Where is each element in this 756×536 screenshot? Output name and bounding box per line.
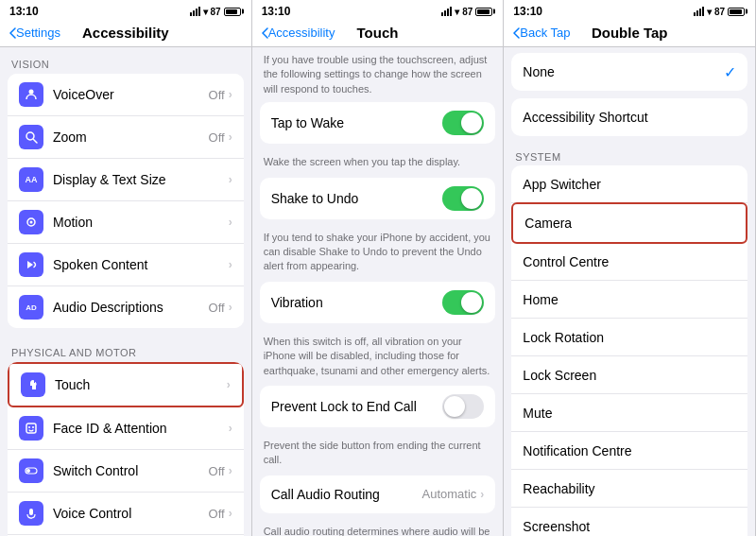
back-label-2: Accessibility bbox=[268, 26, 335, 40]
camera-highlight-box: Camera bbox=[511, 202, 747, 244]
list-item[interactable]: Switch Control Off › bbox=[8, 450, 244, 493]
voiceover-icon bbox=[19, 82, 43, 107]
audiodesc-value: Off bbox=[209, 301, 225, 315]
touch-label: Touch bbox=[55, 377, 227, 392]
prevent-lock-group: Prevent Lock to End Call bbox=[260, 386, 496, 427]
status-bar-2: 13:10 ▾ 87 bbox=[252, 0, 504, 21]
vibration-toggle[interactable] bbox=[442, 290, 484, 315]
call-audio-label: Call Audio Routing bbox=[271, 487, 422, 502]
screenshot-item[interactable]: Screenshot bbox=[511, 508, 747, 536]
nav-bar-2: Accessibility Touch bbox=[252, 21, 504, 47]
tap-wake-toggle[interactable] bbox=[442, 111, 484, 135]
faceid-icon bbox=[19, 416, 43, 441]
reachability-item[interactable]: Reachability bbox=[511, 470, 747, 508]
switchctl-chevron: › bbox=[229, 464, 232, 477]
notification-centre-label: Notification Centre bbox=[523, 443, 631, 458]
faceid-label: Face ID & Attention bbox=[53, 421, 229, 436]
scroll-2: If you have trouble using the touchscree… bbox=[252, 47, 504, 536]
display-icon: AA bbox=[19, 167, 43, 192]
back-accessibility[interactable]: Accessibility bbox=[262, 26, 335, 40]
screenshot-label: Screenshot bbox=[523, 519, 590, 534]
voicectl-icon bbox=[19, 501, 43, 526]
list-item[interactable]: Zoom Off › bbox=[8, 116, 244, 159]
home-item[interactable]: Home bbox=[511, 281, 747, 319]
list-item[interactable]: VoiceOver Off › bbox=[8, 74, 244, 116]
spoken-chevron: › bbox=[229, 258, 232, 271]
shake-desc: If you tend to shake your iPhone by acci… bbox=[252, 227, 504, 282]
motion-label: Motion bbox=[53, 215, 229, 230]
battery-2 bbox=[475, 8, 492, 16]
control-centre-item[interactable]: Control Centre bbox=[511, 243, 747, 281]
tap-wake-label: Tap to Wake bbox=[271, 115, 443, 130]
screen-settings-accessibility: 13:10 ▾ 87 Settings Accessibility VISION bbox=[0, 0, 252, 536]
none-label: None bbox=[523, 64, 554, 79]
signal-1 bbox=[190, 7, 200, 16]
time-2: 13:10 bbox=[262, 5, 291, 18]
signal-3 bbox=[694, 7, 704, 16]
physical-header: PHYSICAL AND MOTOR bbox=[0, 336, 251, 362]
zoom-chevron: › bbox=[229, 130, 232, 144]
nav-title-3: Double Tap bbox=[592, 25, 668, 41]
shake-item[interactable]: Shake to Undo bbox=[260, 178, 496, 219]
time-3: 13:10 bbox=[513, 5, 542, 18]
switchctl-label: Switch Control bbox=[53, 463, 209, 478]
switchctl-value: Off bbox=[209, 464, 225, 478]
zoom-label: Zoom bbox=[53, 130, 209, 145]
tap-wake-item[interactable]: Tap to Wake bbox=[260, 102, 496, 144]
system-header: SYSTEM bbox=[504, 144, 755, 165]
list-item[interactable]: Voice Control Off › bbox=[8, 493, 244, 535]
zoom-value: Off bbox=[209, 130, 225, 145]
vibration-item[interactable]: Vibration bbox=[260, 282, 496, 323]
back-backtap[interactable]: Back Tap bbox=[513, 26, 570, 40]
call-audio-group: Call Audio Routing Automatic › bbox=[260, 475, 496, 513]
app-switcher-item[interactable]: App Switcher bbox=[511, 165, 747, 203]
system-list: App Switcher Camera Control Centre Home … bbox=[511, 165, 747, 536]
shake-toggle[interactable] bbox=[442, 186, 484, 211]
status-bar-3: 13:10 ▾ 87 bbox=[504, 0, 755, 21]
svg-point-8 bbox=[32, 426, 34, 428]
touch-item[interactable]: Touch › bbox=[8, 362, 244, 407]
reachability-label: Reachability bbox=[523, 481, 594, 496]
voicectl-label: Voice Control bbox=[53, 506, 209, 521]
call-audio-value: Automatic bbox=[422, 487, 477, 501]
lock-screen-item[interactable]: Lock Screen bbox=[511, 356, 747, 394]
lock-screen-label: Lock Screen bbox=[523, 368, 596, 383]
tap-wake-group: Tap to Wake bbox=[260, 102, 496, 144]
home-label: Home bbox=[523, 292, 558, 307]
wifi-3: ▾ bbox=[707, 7, 712, 17]
list-item[interactable]: Spoken Content › bbox=[8, 244, 244, 286]
vibration-group: Vibration bbox=[260, 282, 496, 323]
notification-centre-item[interactable]: Notification Centre bbox=[511, 432, 747, 470]
nav-title-2: Touch bbox=[357, 25, 399, 41]
accessibility-shortcut-list: Accessibility Shortcut bbox=[511, 98, 747, 136]
none-item[interactable]: None bbox=[511, 53, 747, 91]
battery-label-3: 87 bbox=[714, 7, 725, 17]
signal-2 bbox=[441, 7, 452, 16]
mute-item[interactable]: Mute bbox=[511, 394, 747, 432]
nav-row-1: Settings Accessibility bbox=[9, 25, 242, 41]
wifi-1: ▾ bbox=[203, 7, 208, 17]
audiodesc-chevron: › bbox=[229, 301, 232, 314]
prevent-lock-label: Prevent Lock to End Call bbox=[271, 399, 443, 414]
lock-rotation-item[interactable]: Lock Rotation bbox=[511, 319, 747, 356]
prevent-lock-item[interactable]: Prevent Lock to End Call bbox=[260, 386, 496, 427]
call-audio-chevron: › bbox=[480, 488, 484, 501]
scroll-3: None Accessibility Shortcut SYSTEM App S… bbox=[504, 47, 755, 536]
accessibility-shortcut-item[interactable]: Accessibility Shortcut bbox=[511, 98, 747, 136]
camera-item[interactable]: Camera bbox=[513, 204, 746, 242]
lock-rotation-label: Lock Rotation bbox=[523, 330, 604, 345]
list-item[interactable]: Motion › bbox=[8, 201, 244, 244]
svg-line-2 bbox=[34, 140, 38, 144]
list-item[interactable]: AD Audio Descriptions Off › bbox=[8, 286, 244, 328]
back-settings[interactable]: Settings bbox=[9, 26, 60, 40]
wifi-2: ▾ bbox=[455, 7, 459, 17]
status-icons-3: ▾ 87 bbox=[694, 7, 746, 17]
list-item[interactable]: Face ID & Attention › bbox=[8, 407, 244, 450]
voicectl-value: Off bbox=[209, 507, 225, 521]
battery-label-2: 87 bbox=[462, 7, 472, 17]
call-audio-item[interactable]: Call Audio Routing Automatic › bbox=[260, 475, 496, 513]
svg-point-10 bbox=[26, 469, 30, 473]
prevent-lock-toggle[interactable] bbox=[442, 394, 484, 419]
list-item[interactable]: AA Display & Text Size › bbox=[8, 159, 244, 201]
audiodesc-label: Audio Descriptions bbox=[53, 300, 209, 315]
